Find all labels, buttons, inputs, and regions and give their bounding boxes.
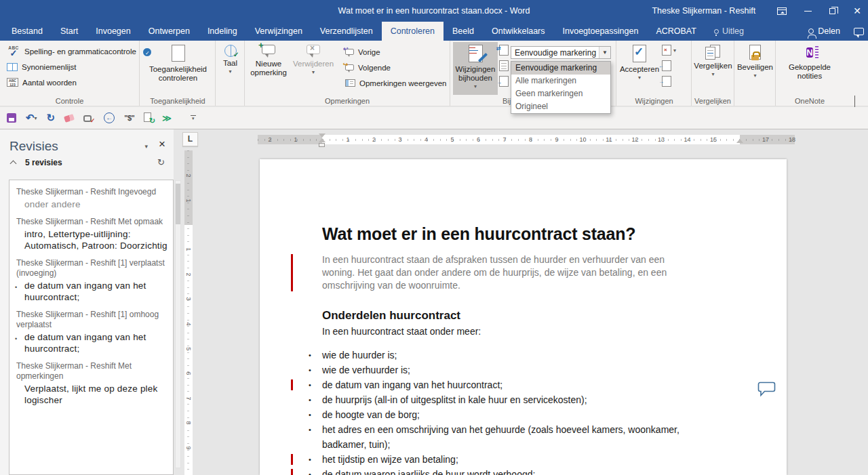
tab-ontwerpen[interactable]: Ontwerpen [140,22,199,41]
horizontal-ruler[interactable]: 21 123456789101112131415 1718 [258,133,795,146]
indent-markers[interactable] [318,133,326,147]
restore-icon[interactable] [829,8,835,14]
bullet-item: • de huurprijs (all-in of uitgesplitst i… [322,392,692,407]
word-count-label: Aantal woorden [22,79,77,87]
tab-stop-selector[interactable]: L [182,132,198,146]
track-changes-button[interactable]: Wijzigingen bijhouden ▾ [453,42,498,95]
markup-option[interactable]: Eenvoudige markering [511,62,610,75]
markup-combobox-value: Eenvoudige markering [511,48,599,58]
eraser-button[interactable] [64,115,74,121]
account-name[interactable]: Theske Slijkerman - Reshift [652,6,755,16]
undo-button[interactable]: ↶▾ [26,113,37,123]
bullet-text: wie de verhuurder is; [322,363,692,377]
previous-comment-button[interactable]: ↩ Vorige [338,44,447,60]
group-vergelijken: Vergelijken ▾ Vergelijken [692,41,734,106]
tab-bestand[interactable]: Bestand [3,22,52,41]
tab-verwijzingen[interactable]: Verwijzingen [246,22,311,41]
document-page[interactable]: Wat moet er in een huurcontract staan? I… [260,159,787,475]
scrollbar-thumb[interactable] [176,184,180,224]
share-button[interactable]: Delen [799,22,850,41]
right-indent-marker[interactable] [736,139,743,143]
save-button[interactable] [7,113,16,123]
refresh-icon[interactable]: ↻ [157,157,165,167]
track-changes-label: Wijzigingen bijhouden [453,65,498,83]
new-comment-button[interactable]: + Nieuwe opmerking [248,42,290,77]
minimize-icon[interactable] [804,11,812,12]
forward-all-button[interactable]: ≫ [162,113,172,123]
pane-close-icon[interactable]: × [159,138,165,151]
markup-display-combobox[interactable]: Eenvoudige markering ▼ [511,46,611,59]
show-markup-icon[interactable] [499,60,509,71]
bullet-dot: • [309,422,322,452]
first-line-indent-marker[interactable] [319,133,326,138]
redo-button[interactable]: ↻ [47,113,56,123]
markup-option[interactable]: Alle markeringen [511,75,610,87]
currency-style-button[interactable]: "$" [124,114,134,122]
protect-button[interactable]: Beveiligen ▾ [734,42,776,79]
pane-options-icon[interactable]: ▾ [144,143,148,150]
pane-scrollbar[interactable] [175,180,181,468]
tab-beeld[interactable]: Beeld [443,22,483,41]
word-window: { "window": { "title": "Wat moet er in e… [0,0,868,475]
tab-acrobat[interactable]: ACROBAT [647,22,705,41]
markup-option[interactable]: Geen markeringen [511,87,610,100]
close-icon[interactable]: ✕ [853,6,861,16]
revision-item[interactable]: Theske Slijkerman - Reshift Met opmerkin… [16,361,167,406]
bullet-dot: • [309,348,322,363]
spelling-grammar-button[interactable]: ABC✓ Spelling- en grammaticacontrole [0,43,139,59]
hanging-indent-marker[interactable] [319,138,326,142]
delete-comment-label: Verwijderen [293,60,334,68]
tab-indeling[interactable]: Indeling [199,22,246,41]
tab-invoegtoepassingen[interactable]: Invoegtoepassingen [554,22,648,41]
lightbulb-icon [714,29,719,34]
word-count-button[interactable]: ABC123 Aantal woorden [0,75,139,90]
revision-item[interactable]: Theske Slijkerman - Reshift [1] verplaat… [16,258,167,303]
accessibility-icon [171,45,186,63]
verify-hyperlinks-button[interactable] [83,114,94,122]
revision-item[interactable]: Theske Slijkerman - Reshift [1] omhoog v… [16,310,167,354]
accessibility-check-button[interactable]: Toegankelijkheid controleren [140,42,216,83]
bullet-item: • de datum van ingang van het huurcontra… [322,377,692,392]
thesaurus-button[interactable]: Synoniemenlijst [0,59,139,75]
tab-verzendlijsten[interactable]: Verzendlijsten [311,22,382,41]
show-comments-button[interactable]: Opmerkingen weergeven [338,75,447,91]
comments-icon[interactable] [854,28,864,35]
chevron-up-icon[interactable] [10,160,17,167]
reviewing-pane-icon[interactable]: → [499,76,509,87]
tab-uitleg[interactable]: Uitleg [705,22,753,41]
combobox-arrow-icon[interactable]: ▼ [599,47,610,58]
revision-content: onder andere [24,199,167,210]
delete-comment-button[interactable]: × Verwijderen ▾ [291,42,336,75]
linked-notes-button[interactable]: N Gekoppelde notities [776,42,844,81]
chevron-down-icon: ▾ [312,70,315,75]
group-controle: ABC✓ Spelling- en grammaticacontrole Syn… [0,41,140,106]
ribbon-display-options-icon[interactable] [777,7,787,15]
linked-notes-label: Gekoppelde notities [776,63,844,81]
revision-item[interactable]: Theske Slijkerman - Reshift Met opmaak i… [16,217,167,251]
bullet-item: • de hoogte van de borg; [322,407,692,422]
comment-balloon-icon[interactable] [757,381,776,400]
customize-qat-button[interactable]: ▾ [191,115,196,121]
accept-button[interactable]: ✓ Accepteren ▾ [620,42,659,81]
back-button[interactable]: ← [104,112,115,123]
bullet-text: het adres en een omschrijving van het ge… [322,422,692,452]
tab-invoegen[interactable]: Invoegen [87,22,139,41]
ribbon-tabs: Bestand Start Invoegen Ontwerpen Indelin… [0,22,868,41]
tab-ontwikkelaars[interactable]: Ontwikkelaars [483,22,554,41]
compare-button[interactable]: Vergelijken ▾ [692,42,734,77]
refresh-document-button[interactable] [144,112,153,123]
next-change-icon[interactable]: → [662,76,671,87]
language-button[interactable]: Taal ▾ [216,42,245,75]
tab-start[interactable]: Start [52,22,87,41]
markup-option[interactable]: Origineel [511,100,610,113]
left-indent-marker[interactable] [319,143,325,147]
collapse-ribbon-button[interactable] [854,96,860,102]
markup-options-icon[interactable]: ⇄ [499,45,509,56]
next-comment-button[interactable]: ↪ Volgende [338,60,447,75]
reject-button[interactable]: ×▾ [662,45,676,56]
bullet-text: wie de huurder is; [322,348,692,363]
vertical-ruler[interactable]: 21 123456789 [184,150,193,475]
revision-item[interactable]: Theske Slijkerman - Reshift Ingevoegd on… [16,187,167,210]
previous-change-icon[interactable]: ← [662,60,671,71]
tab-controleren[interactable]: Controleren [382,22,443,41]
